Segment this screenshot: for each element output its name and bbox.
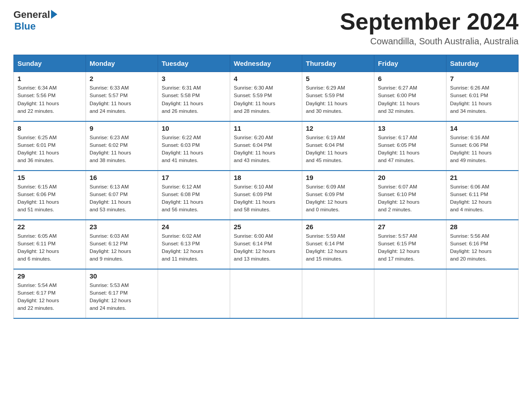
day-info: Sunrise: 6:13 AMSunset: 6:07 PMDaylight:… <box>90 183 154 214</box>
day-info: Sunrise: 6:19 AMSunset: 6:04 PMDaylight:… <box>306 134 370 165</box>
day-info: Sunrise: 6:29 AMSunset: 5:59 PMDaylight:… <box>306 84 370 115</box>
day-number: 27 <box>378 223 442 231</box>
calendar-cell: 6Sunrise: 6:27 AMSunset: 6:00 PMDaylight… <box>374 72 446 121</box>
day-number: 14 <box>450 124 515 132</box>
col-friday: Friday <box>374 55 446 72</box>
calendar-cell: 22Sunrise: 6:05 AMSunset: 6:11 PMDayligh… <box>14 220 86 269</box>
calendar-table: Sunday Monday Tuesday Wednesday Thursday… <box>13 55 519 319</box>
calendar-header-row: Sunday Monday Tuesday Wednesday Thursday… <box>14 55 519 72</box>
day-info: Sunrise: 6:02 AMSunset: 6:13 PMDaylight:… <box>162 232 226 263</box>
day-info: Sunrise: 6:17 AMSunset: 6:05 PMDaylight:… <box>378 134 442 165</box>
calendar-cell <box>374 269 446 318</box>
day-number: 10 <box>162 124 226 132</box>
day-info: Sunrise: 6:27 AMSunset: 6:00 PMDaylight:… <box>378 84 442 115</box>
day-number: 29 <box>17 272 82 280</box>
day-number: 24 <box>162 223 226 231</box>
day-number: 22 <box>17 223 82 231</box>
col-sunday: Sunday <box>14 55 86 72</box>
day-number: 11 <box>234 124 298 132</box>
day-info: Sunrise: 6:07 AMSunset: 6:10 PMDaylight:… <box>378 183 442 214</box>
week-row-4: 22Sunrise: 6:05 AMSunset: 6:11 PMDayligh… <box>14 220 519 269</box>
logo-text-blue: Blue <box>14 21 36 32</box>
day-info: Sunrise: 6:22 AMSunset: 6:03 PMDaylight:… <box>162 134 226 165</box>
day-info: Sunrise: 6:34 AMSunset: 5:56 PMDaylight:… <box>17 84 82 115</box>
calendar-cell <box>302 269 374 318</box>
day-info: Sunrise: 5:59 AMSunset: 6:14 PMDaylight:… <box>306 232 370 263</box>
day-info: Sunrise: 6:25 AMSunset: 6:01 PMDaylight:… <box>17 134 82 165</box>
day-number: 3 <box>162 75 226 82</box>
calendar-cell: 11Sunrise: 6:20 AMSunset: 6:04 PMDayligh… <box>230 121 302 171</box>
calendar-cell: 23Sunrise: 6:03 AMSunset: 6:12 PMDayligh… <box>86 220 158 269</box>
location-subtitle: Cowandilla, South Australia, Australia <box>340 36 519 47</box>
calendar-cell: 13Sunrise: 6:17 AMSunset: 6:05 PMDayligh… <box>374 121 446 171</box>
week-row-2: 8Sunrise: 6:25 AMSunset: 6:01 PMDaylight… <box>14 121 519 171</box>
day-number: 19 <box>306 174 370 181</box>
calendar-cell: 20Sunrise: 6:07 AMSunset: 6:10 PMDayligh… <box>374 171 446 220</box>
day-number: 16 <box>90 174 154 181</box>
calendar-cell: 25Sunrise: 6:00 AMSunset: 6:14 PMDayligh… <box>230 220 302 269</box>
day-number: 9 <box>90 124 154 132</box>
day-number: 12 <box>306 124 370 132</box>
calendar-cell: 2Sunrise: 6:33 AMSunset: 5:57 PMDaylight… <box>86 72 158 121</box>
day-number: 28 <box>450 223 515 231</box>
calendar-cell: 18Sunrise: 6:10 AMSunset: 6:09 PMDayligh… <box>230 171 302 220</box>
calendar-cell: 29Sunrise: 5:54 AMSunset: 6:17 PMDayligh… <box>14 269 86 318</box>
day-number: 30 <box>90 272 154 280</box>
logo: General Blue <box>13 9 57 32</box>
logo-text-general: General <box>13 9 50 21</box>
page-header: General Blue September 2024 Cowandilla, … <box>13 9 519 47</box>
day-number: 15 <box>17 174 82 181</box>
calendar-cell: 5Sunrise: 6:29 AMSunset: 5:59 PMDaylight… <box>302 72 374 121</box>
title-area: September 2024 Cowandilla, South Austral… <box>340 9 519 47</box>
week-row-3: 15Sunrise: 6:15 AMSunset: 6:06 PMDayligh… <box>14 171 519 220</box>
day-info: Sunrise: 6:23 AMSunset: 6:02 PMDaylight:… <box>90 134 154 165</box>
day-info: Sunrise: 6:15 AMSunset: 6:06 PMDaylight:… <box>17 183 82 214</box>
day-number: 4 <box>234 75 298 82</box>
day-info: Sunrise: 6:10 AMSunset: 6:09 PMDaylight:… <box>234 183 298 214</box>
day-number: 7 <box>450 75 515 82</box>
calendar-cell: 21Sunrise: 6:06 AMSunset: 6:11 PMDayligh… <box>446 171 519 220</box>
day-number: 5 <box>306 75 370 82</box>
day-info: Sunrise: 6:20 AMSunset: 6:04 PMDaylight:… <box>234 134 298 165</box>
col-wednesday: Wednesday <box>230 55 302 72</box>
calendar-cell: 30Sunrise: 5:53 AMSunset: 6:17 PMDayligh… <box>86 269 158 318</box>
day-info: Sunrise: 6:03 AMSunset: 6:12 PMDaylight:… <box>90 232 154 263</box>
day-number: 1 <box>17 75 82 82</box>
col-tuesday: Tuesday <box>158 55 230 72</box>
day-number: 13 <box>378 124 442 132</box>
day-info: Sunrise: 5:57 AMSunset: 6:15 PMDaylight:… <box>378 232 442 263</box>
day-info: Sunrise: 6:12 AMSunset: 6:08 PMDaylight:… <box>162 183 226 214</box>
day-number: 23 <box>90 223 154 231</box>
day-number: 8 <box>17 124 82 132</box>
calendar-cell <box>446 269 519 318</box>
day-number: 6 <box>378 75 442 82</box>
calendar-cell: 10Sunrise: 6:22 AMSunset: 6:03 PMDayligh… <box>158 121 230 171</box>
calendar-cell: 8Sunrise: 6:25 AMSunset: 6:01 PMDaylight… <box>14 121 86 171</box>
day-info: Sunrise: 6:31 AMSunset: 5:58 PMDaylight:… <box>162 84 226 115</box>
calendar-cell <box>158 269 230 318</box>
calendar-cell: 17Sunrise: 6:12 AMSunset: 6:08 PMDayligh… <box>158 171 230 220</box>
calendar-cell <box>230 269 302 318</box>
day-info: Sunrise: 5:54 AMSunset: 6:17 PMDaylight:… <box>17 282 82 313</box>
calendar-cell: 1Sunrise: 6:34 AMSunset: 5:56 PMDaylight… <box>14 72 86 121</box>
day-info: Sunrise: 6:30 AMSunset: 5:59 PMDaylight:… <box>234 84 298 115</box>
day-info: Sunrise: 6:16 AMSunset: 6:06 PMDaylight:… <box>450 134 515 165</box>
day-number: 25 <box>234 223 298 231</box>
day-info: Sunrise: 6:09 AMSunset: 6:09 PMDaylight:… <box>306 183 370 214</box>
day-info: Sunrise: 6:26 AMSunset: 6:01 PMDaylight:… <box>450 84 515 115</box>
calendar-cell: 12Sunrise: 6:19 AMSunset: 6:04 PMDayligh… <box>302 121 374 171</box>
calendar-cell: 16Sunrise: 6:13 AMSunset: 6:07 PMDayligh… <box>86 171 158 220</box>
day-number: 2 <box>90 75 154 82</box>
month-title: September 2024 <box>340 9 519 34</box>
calendar-cell: 26Sunrise: 5:59 AMSunset: 6:14 PMDayligh… <box>302 220 374 269</box>
day-number: 18 <box>234 174 298 181</box>
day-info: Sunrise: 5:56 AMSunset: 6:16 PMDaylight:… <box>450 232 515 263</box>
calendar-cell: 15Sunrise: 6:15 AMSunset: 6:06 PMDayligh… <box>14 171 86 220</box>
day-number: 20 <box>378 174 442 181</box>
calendar-cell: 14Sunrise: 6:16 AMSunset: 6:06 PMDayligh… <box>446 121 519 171</box>
calendar-cell: 4Sunrise: 6:30 AMSunset: 5:59 PMDaylight… <box>230 72 302 121</box>
calendar-cell: 27Sunrise: 5:57 AMSunset: 6:15 PMDayligh… <box>374 220 446 269</box>
calendar-cell: 7Sunrise: 6:26 AMSunset: 6:01 PMDaylight… <box>446 72 519 121</box>
day-info: Sunrise: 6:06 AMSunset: 6:11 PMDaylight:… <box>450 183 515 214</box>
col-thursday: Thursday <box>302 55 374 72</box>
